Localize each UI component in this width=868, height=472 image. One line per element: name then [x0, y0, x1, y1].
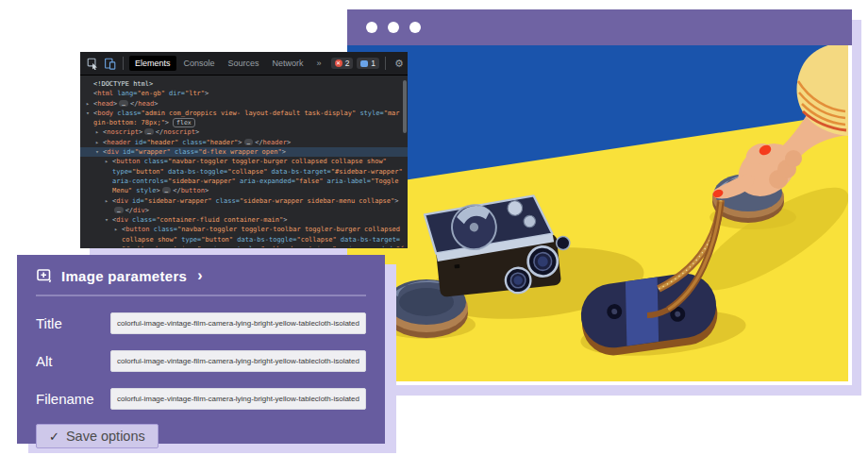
code-segment: > [156, 187, 159, 194]
expand-arrow-open[interactable]: ▾ [105, 215, 112, 225]
code-segment: head [138, 100, 154, 108]
photo-illustration [347, 45, 848, 381]
code-segment: "d-flex wrapper open" [198, 148, 282, 156]
expand-arrow-closed[interactable]: ▸ [105, 196, 112, 206]
code-segment: > [394, 197, 398, 205]
code-segment: aria-label= [323, 177, 371, 185]
save-options-label: Save options [66, 429, 145, 444]
code-segment: "mar [384, 110, 400, 117]
devtools-code-line[interactable]: type="button" data-bs-toggle="collapse" … [80, 167, 408, 177]
inspect-icon[interactable] [85, 56, 100, 71]
ellipsis-expander[interactable]: … [114, 207, 124, 213]
code-segment: div [107, 148, 119, 156]
code-segment: "button" [132, 168, 164, 176]
code-segment: > [287, 139, 291, 146]
devtools-toolbar: Elements Console Sources Network » ✕ 2 1… [80, 52, 408, 76]
code-segment: class= [141, 158, 169, 165]
code-segment: class= [150, 226, 178, 233]
title-label: Title [36, 315, 110, 331]
ellipsis-expander[interactable]: … [162, 187, 172, 194]
code-segment: > [205, 90, 209, 97]
devtools-code-line[interactable]: …</div> [80, 206, 408, 215]
alt-input[interactable] [110, 350, 366, 372]
devtools-code-line[interactable]: collapse show" type="button" data-bs-tog… [80, 235, 408, 244]
ellipsis-expander[interactable]: … [244, 139, 254, 145]
tab-console[interactable]: Console [178, 56, 221, 71]
devtools-code-line[interactable]: ▸<button class="navbar-toggler toggler-b… [80, 157, 408, 166]
chevron-right-icon[interactable]: › [197, 267, 202, 284]
expand-arrow-closed[interactable]: ▸ [95, 138, 103, 147]
image-parameters-panel: Image parameters › TitleAltFilename ✓ Sa… [17, 255, 385, 444]
browser-titlebar [347, 9, 852, 45]
devtools-code-line-selected[interactable]: ▾<div id="wrapper" class="d-flex wrapper… [80, 147, 408, 157]
error-badge[interactable]: ✕ 2 [331, 58, 354, 69]
code-segment: </ [255, 139, 262, 146]
devtools-code-line[interactable]: <html lang="en-gb" dir="ltr"> [80, 89, 408, 98]
code-segment: div [133, 207, 145, 214]
devtools-code-line[interactable]: ▾<body class="admin com_droppics view- l… [80, 109, 408, 118]
tab-network[interactable]: Network [267, 56, 309, 71]
ellipsis-expander[interactable]: … [144, 128, 154, 135]
gear-icon[interactable]: ⚙ [392, 58, 407, 70]
code-segment: "admin com_droppics view- layout-default… [142, 110, 357, 117]
toolbar-divider [123, 57, 124, 70]
devtools-code-line[interactable]: ▾<div class="container-fluid container-m… [80, 215, 408, 225]
arrow-gutter [86, 79, 93, 89]
code-segment: style= [356, 110, 384, 117]
expand-arrow-closed[interactable]: ▸ [114, 225, 122, 234]
code-segment: "collapse" [296, 236, 336, 244]
code-segment: "sidebar-wrapper" [144, 197, 212, 205]
code-segment: class= [113, 110, 142, 117]
expand-arrow-closed[interactable]: ▸ [86, 99, 93, 109]
tab-sources[interactable]: Sources [223, 56, 265, 71]
code-segment: </ [173, 187, 180, 194]
devtools-code-line[interactable]: Menu" style>…</button> [80, 186, 408, 195]
code-segment: type= [177, 236, 201, 244]
devtools-code-line[interactable]: aria-controls="sidebar-wrapper" aria-exp… [80, 177, 408, 186]
devtools-code-line[interactable]: ▸<header id="header" class="header">…</h… [80, 138, 408, 147]
devtools-code-line[interactable]: ▸<div id="sidebar-wrapper" class="sideba… [80, 196, 408, 206]
code-segment: "#sidebar-wrapper" [331, 168, 403, 176]
code-segment: > [238, 139, 242, 146]
expand-arrow-open[interactable]: ▾ [95, 147, 103, 157]
window-dot[interactable] [366, 22, 377, 33]
code-segment: > [283, 216, 287, 224]
device-toolbar-icon[interactable] [102, 56, 117, 71]
screenshot: Elements Console Sources Network » ✕ 2 1… [0, 0, 868, 472]
message-badge[interactable]: 1 [357, 58, 379, 69]
devtools-code-line[interactable]: ▸<head>…</head> [80, 99, 408, 109]
devtools-code-line[interactable]: "#subhead-container" aria-controls="subh… [80, 244, 408, 247]
code-segment: collapse show" [122, 236, 177, 244]
divider [36, 295, 366, 296]
code-segment: "header" [146, 139, 178, 146]
devtools-code-line[interactable]: ▸<noscript>…</noscript> [80, 127, 408, 137]
code-segment: class= [171, 148, 199, 156]
title-input[interactable] [110, 312, 366, 334]
ellipsis-expander[interactable]: … [119, 100, 128, 107]
devtools-code-line[interactable]: gin-bottom: 78px;">flex [80, 118, 408, 127]
save-options-button[interactable]: ✓ Save options [36, 424, 159, 448]
expand-arrow-closed[interactable]: ▸ [95, 127, 103, 137]
code-segment: "sidebar-wrapper" [168, 177, 236, 185]
code-segment: > [113, 100, 117, 108]
code-segment: gin-bottom: 78px;" [93, 119, 165, 126]
code-segment: data-bs-target= [337, 236, 400, 244]
more-tabs-icon[interactable]: » [311, 56, 327, 71]
panel-header: Image parameters › [36, 267, 366, 284]
devtools-code-line[interactable]: <!DOCTYPE html> [80, 79, 408, 89]
expand-arrow-closed[interactable]: ▸ [105, 157, 112, 166]
flex-badge[interactable]: flex [173, 118, 195, 127]
devtools-scrollbar[interactable] [403, 80, 407, 133]
expand-arrow-open[interactable]: ▾ [86, 109, 93, 118]
code-segment: id= [131, 139, 147, 146]
tab-elements[interactable]: Elements [129, 56, 176, 71]
code-segment: div [116, 216, 128, 224]
code-segment: button [181, 187, 205, 194]
window-dot[interactable] [409, 22, 421, 33]
code-segment: </ [156, 128, 163, 136]
window-dot[interactable] [388, 22, 399, 33]
code-segment: aria-controls= [201, 245, 260, 247]
filename-input[interactable] [110, 388, 366, 410]
devtools-code-line[interactable]: ▸<button class="navbar-toggler toggler-t… [80, 225, 408, 234]
code-segment: > [195, 128, 199, 136]
